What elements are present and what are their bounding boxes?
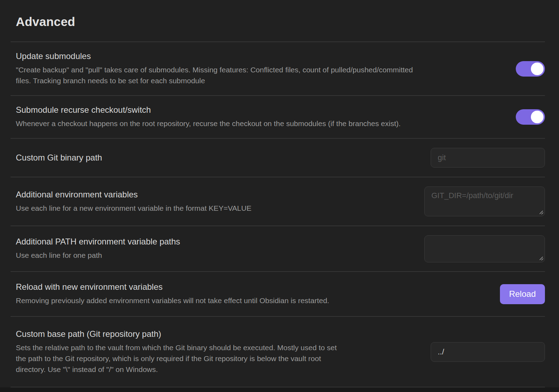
- reload-button[interactable]: Reload: [500, 284, 545, 304]
- setting-name: Custom Git binary path: [16, 153, 418, 163]
- setting-control: [424, 235, 545, 262]
- setting-info: Update submodules "Create backup" and "p…: [16, 51, 503, 86]
- setting-row-custom-base-path: Custom base path (Git repository path) S…: [11, 317, 545, 387]
- git-binary-path-input[interactable]: [431, 148, 545, 168]
- setting-info: Submodule recurse checkout/switch Whenev…: [16, 105, 503, 129]
- page-title: Advanced: [16, 15, 545, 29]
- setting-info: Custom base path (Git repository path) S…: [16, 329, 418, 375]
- submodule-recurse-toggle[interactable]: [516, 109, 545, 125]
- setting-control: [431, 342, 545, 362]
- setting-description: Sets the relative path to the vault from…: [16, 342, 418, 375]
- textarea-wrapper: [424, 187, 545, 216]
- setting-control: [516, 109, 545, 125]
- update-submodules-toggle[interactable]: [516, 61, 545, 77]
- setting-row-update-submodules: Update submodules "Create backup" and "p…: [11, 42, 545, 96]
- toggle-knob: [531, 111, 544, 123]
- section-header: Advanced: [11, 0, 545, 42]
- setting-info: Reload with new environment variables Re…: [16, 282, 487, 306]
- setting-description: Use each line for one path: [16, 250, 412, 261]
- setting-info: Additional environment variables Use eac…: [16, 190, 412, 214]
- setting-name: Update submodules: [16, 51, 503, 61]
- setting-row-env-variables: Additional environment variables Use eac…: [11, 177, 545, 226]
- setting-info: Custom Git binary path: [16, 153, 418, 163]
- setting-name: Additional PATH environment variable pat…: [16, 237, 412, 247]
- panel-bottom-edge: [0, 387, 559, 392]
- custom-base-path-input[interactable]: [431, 342, 545, 362]
- setting-control: [516, 61, 545, 77]
- setting-description: Use each line for a new environment vari…: [16, 203, 412, 214]
- setting-description: "Create backup" and "pull" takes care of…: [16, 64, 503, 86]
- setting-description: Whenever a checkout happens on the root …: [16, 118, 503, 129]
- setting-row-reload-env: Reload with new environment variables Re…: [11, 272, 545, 317]
- setting-control: [424, 187, 545, 216]
- setting-name: Additional environment variables: [16, 190, 412, 200]
- setting-row-submodule-recurse: Submodule recurse checkout/switch Whenev…: [11, 96, 545, 139]
- setting-name: Custom base path (Git repository path): [16, 329, 418, 339]
- setting-control: [431, 148, 545, 168]
- env-variables-textarea[interactable]: [424, 187, 545, 216]
- setting-description: Removing previously added environment va…: [16, 295, 487, 306]
- setting-control: Reload: [500, 284, 545, 304]
- setting-name: Submodule recurse checkout/switch: [16, 105, 503, 115]
- setting-name: Reload with new environment variables: [16, 282, 487, 292]
- toggle-knob: [531, 63, 544, 75]
- setting-row-git-binary-path: Custom Git binary path: [11, 139, 545, 177]
- textarea-wrapper: [424, 235, 545, 262]
- setting-info: Additional PATH environment variable pat…: [16, 237, 412, 261]
- settings-panel-advanced: Advanced Update submodules "Create backu…: [11, 0, 545, 387]
- path-variables-textarea[interactable]: [424, 235, 545, 262]
- setting-row-path-variables: Additional PATH environment variable pat…: [11, 226, 545, 272]
